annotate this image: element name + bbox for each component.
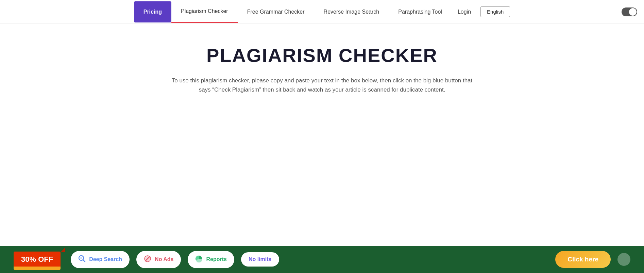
navbar: Pricing Plagiarism Checker Free Grammar …	[0, 0, 644, 24]
nav-item-free-grammar-checker[interactable]: Free Grammar Checker	[238, 1, 314, 22]
main-content: PLAGIARISM CHECKER To use this plagiaris…	[0, 24, 644, 207]
dark-mode-toggle[interactable]	[622, 7, 637, 16]
nav-item-reverse-image-search[interactable]: Reverse Image Search	[314, 1, 389, 22]
page-subtitle: To use this plagiarism checker, please c…	[169, 76, 475, 94]
nav-item-paraphrasing-tool[interactable]: Paraphrasing Tool	[389, 1, 452, 22]
nav-item-pricing[interactable]: Pricing	[134, 1, 171, 22]
page-title: PLAGIARISM CHECKER	[7, 44, 637, 66]
text-input-area[interactable]	[118, 108, 526, 193]
nav-item-plagiarism-checker[interactable]: Plagiarism Checker	[171, 1, 238, 23]
nav-login-button[interactable]: Login	[452, 6, 477, 18]
nav-items: Pricing Plagiarism Checker Free Grammar …	[134, 1, 510, 23]
nav-language-selector[interactable]: English	[480, 6, 510, 17]
dark-mode-knob	[629, 8, 637, 16]
